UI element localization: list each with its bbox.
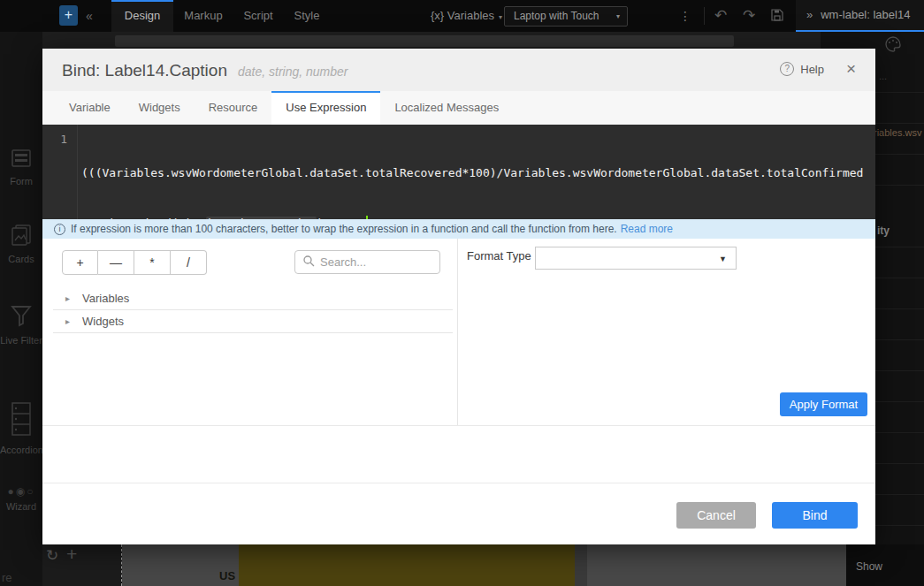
canvas-dark-area: ↻ + — [42, 544, 121, 586]
close-icon[interactable]: × — [846, 59, 856, 79]
chevron-right-icon[interactable]: ▸ — [65, 316, 70, 326]
dialog-header: Bind: Label14.Caption date, string, numb… — [42, 49, 875, 91]
info-icon: i — [54, 224, 65, 235]
show-label: Show — [856, 560, 882, 573]
tab-widgets[interactable]: Widgets — [125, 91, 195, 125]
help-label: Help — [800, 63, 824, 76]
help-icon: ? — [780, 62, 794, 76]
cancel-button[interactable]: Cancel — [676, 502, 756, 529]
content-divider — [42, 425, 875, 426]
sidebar-item-label: Wizard — [0, 501, 42, 512]
search-icon — [302, 255, 315, 270]
sidebar-item-label: Form — [0, 176, 42, 186]
apply-format-button[interactable]: Apply Format — [780, 392, 867, 416]
tab-design[interactable]: Design — [111, 0, 173, 32]
sidebar-item-accordion[interactable]: Accordion — [0, 400, 42, 455]
select-caret-icon: ▼ — [719, 255, 727, 263]
bind-button[interactable]: Bind — [772, 502, 858, 529]
tab-resource[interactable]: Resource — [195, 91, 272, 125]
canvas-toolbar — [115, 35, 734, 47]
expression-code[interactable]: (((Variables.wsvWordometerGlobal.dataSet… — [81, 131, 868, 265]
redo-icon[interactable]: ↷ — [743, 0, 755, 32]
expression-code-editor[interactable]: 1 (((Variables.wsvWordometerGlobal.dataS… — [42, 125, 875, 219]
sidebar-item-label: Live Filter — [0, 335, 42, 346]
selected-widget-label: wm-label: label14 — [821, 8, 910, 21]
code-line-1: (((Variables.wsvWordometerGlobal.dataSet… — [81, 164, 868, 181]
funnel-icon — [8, 316, 34, 331]
expression-info-bar: i If expression is more than 100 charact… — [42, 219, 875, 239]
save-icon[interactable] — [770, 8, 784, 24]
toolbar-divider — [704, 7, 705, 25]
operator-multiply-button[interactable]: * — [134, 250, 171, 275]
editor-gutter: 1 — [42, 125, 78, 219]
operator-buttons: + — * / — [62, 250, 207, 275]
expand-panel-icon[interactable]: » — [806, 8, 813, 21]
operator-minus-button[interactable]: — — [98, 250, 134, 275]
bind-dialog: Bind: Label14.Caption date, string, numb… — [42, 49, 875, 544]
pane-divider — [457, 239, 458, 425]
canvas-us-label: US — [219, 569, 235, 582]
panel-show-row[interactable]: Show — [846, 544, 924, 586]
wizard-steps-icon: ●◉○ — [8, 485, 35, 498]
search-input[interactable] — [320, 255, 431, 269]
variables-menu-label: {x} Variables — [431, 9, 494, 22]
device-preview-select[interactable]: Laptop with Touch ▾ — [504, 6, 628, 27]
top-toolbar: + « Design Markup Script Style {x} Varia… — [0, 0, 924, 32]
chevron-right-icon[interactable]: ▸ — [65, 293, 70, 303]
info-text: If expression is more than 100 character… — [71, 223, 617, 235]
variables-menu[interactable]: {x} Variables▾ — [431, 0, 502, 32]
palette-icon[interactable] — [884, 35, 902, 57]
select-caret-icon: ▾ — [616, 7, 620, 26]
tab-style[interactable]: Style — [285, 0, 329, 32]
accordion-icon — [10, 426, 33, 441]
tab-script[interactable]: Script — [235, 0, 281, 32]
panel-row-partial-text: ... — [879, 71, 887, 81]
canvas-panel-gray — [587, 544, 846, 586]
add-widget-button[interactable]: + — [59, 5, 78, 26]
read-more-link[interactable]: Read more — [621, 223, 673, 235]
bound-variable-partial-text: riables.wsv — [874, 127, 921, 138]
canvas-divider — [575, 544, 587, 586]
selected-widget-tab[interactable]: »wm-label: label14 — [796, 0, 924, 32]
dialog-subtitle: date, string, number — [238, 65, 348, 79]
sidebar-item-label: Cards — [0, 254, 42, 264]
tree-node-variables[interactable]: ▸ Variables — [53, 287, 453, 310]
add-icon[interactable]: + — [66, 544, 77, 565]
canvas-chart-bar-olive — [239, 544, 575, 586]
tab-markup[interactable]: Markup — [177, 0, 230, 32]
tab-localized-messages[interactable]: Localized Messages — [380, 91, 513, 125]
device-preview-value: Laptop with Touch — [514, 10, 599, 22]
sidebar-item-label: Accordion — [0, 445, 42, 455]
format-type-select[interactable]: ▼ — [535, 247, 737, 270]
panel-section-partial-text: ity — [877, 225, 890, 237]
help-button[interactable]: ? Help — [780, 62, 824, 76]
sidebar-item-wizard[interactable]: ●◉○ Wizard — [0, 483, 42, 512]
undo-icon[interactable]: ↶ — [714, 0, 727, 32]
chevron-down-icon: ▾ — [499, 13, 502, 21]
form-icon — [10, 157, 33, 172]
sidebar-item-form[interactable]: Form — [0, 147, 42, 186]
tree-node-label: Widgets — [82, 315, 124, 328]
footer-divider — [42, 483, 875, 483]
cards-icon — [10, 235, 33, 250]
app-root: + « Design Markup Script Style {x} Varia… — [0, 0, 924, 586]
dialog-tabs: Variable Widgets Resource Use Expression… — [42, 91, 875, 125]
tab-variable[interactable]: Variable — [55, 91, 125, 125]
tree-node-label: Variables — [82, 292, 129, 305]
refresh-icon[interactable]: ↻ — [46, 546, 58, 565]
sidebar-item-cards[interactable]: Cards — [0, 223, 42, 264]
tree-node-widgets[interactable]: ▸ Widgets — [53, 310, 453, 333]
collapse-panel-icon[interactable]: « — [86, 0, 93, 32]
format-type-label: Format Type — [467, 249, 531, 263]
more-options-icon[interactable]: ⋮ — [679, 0, 691, 32]
sidebar-partial-text: re — [2, 571, 12, 584]
dialog-title: Bind: Label14.Caption — [62, 61, 227, 80]
tab-use-expression[interactable]: Use Expression — [271, 91, 380, 125]
search-field[interactable] — [294, 250, 440, 274]
operator-divide-button[interactable]: / — [171, 250, 207, 275]
operator-plus-button[interactable]: + — [62, 250, 98, 275]
widget-palette-sidebar: Form Cards Live Filter Accordion ●◉○ Wiz… — [0, 32, 42, 586]
sidebar-item-live-filter[interactable]: Live Filter — [0, 302, 42, 346]
line-number: 1 — [42, 131, 67, 148]
